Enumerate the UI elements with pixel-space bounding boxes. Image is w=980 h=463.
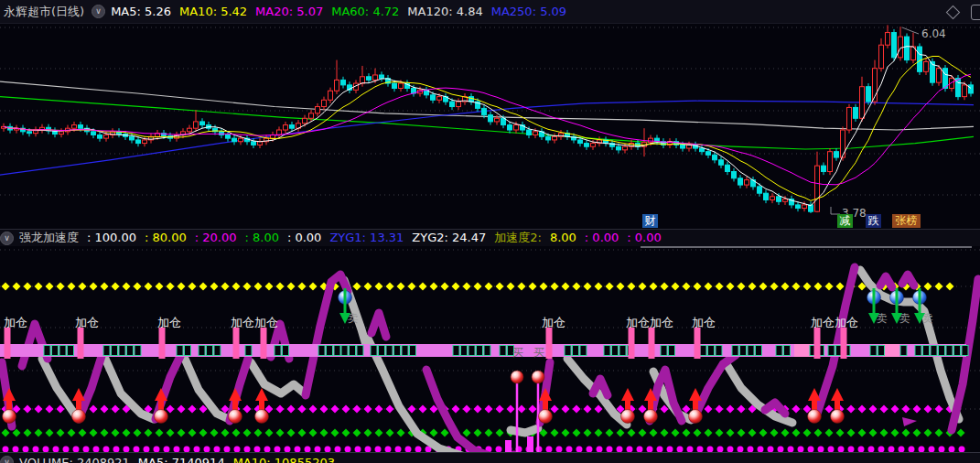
header-segment: : 0.00 xyxy=(287,231,321,244)
ma-values-readout: MA5: 5.26MA10: 5.42MA20: 5.07MA60: 4.72M… xyxy=(111,5,575,18)
jiacang-label: 加仓 xyxy=(650,316,673,329)
jiacang-label: 加仓 xyxy=(542,316,565,329)
pink-signal-bar xyxy=(5,328,11,359)
tag-button-跌[interactable]: 跌 xyxy=(866,214,881,228)
red-ball-icon xyxy=(155,410,168,424)
red-ball-icon xyxy=(831,410,845,424)
pink-signal-bar xyxy=(159,328,166,359)
red-ball-icon xyxy=(644,410,658,424)
header-segment: VOLUME: 2408921 xyxy=(19,456,130,463)
buy-label: 买 xyxy=(512,346,523,359)
red-ball-icon xyxy=(3,410,16,424)
header-segment: MA20: 5.07 xyxy=(255,5,323,18)
tag-button-张榜[interactable]: 张榜 xyxy=(892,214,921,228)
header-segment: ZYG1: 13.31 xyxy=(329,231,404,244)
header-segment: MA10: 10855203 xyxy=(233,456,335,463)
red-ball-icon xyxy=(229,410,242,424)
main-candlestick-chart[interactable]: 6.043.78 xyxy=(0,23,980,229)
indicator-gridlines xyxy=(0,250,980,409)
stock-title: 永辉超市(日线) xyxy=(4,4,84,20)
jiacang-label: 加仓 xyxy=(231,316,254,329)
red-ball-icon xyxy=(808,410,822,424)
header-segment: MA120: 4.84 xyxy=(407,5,482,18)
sell-label: 卖 xyxy=(348,312,359,325)
buy-label: 买 xyxy=(533,346,544,359)
pink-signal-bar xyxy=(261,328,267,359)
jiacang-label: 加仓 xyxy=(626,316,650,329)
jiacang-label: 加仓 xyxy=(157,316,181,329)
header-segment: ZYG2: 24.47 xyxy=(412,231,486,244)
pink-signal-bar xyxy=(546,328,553,359)
indicator-panel[interactable]: 买买加仓加仓加仓加仓加仓加仓加仓加仓加仓加仓加仓卖卖卖卖 xyxy=(0,245,980,452)
red-ball-icon xyxy=(72,410,86,424)
jiacang-label: 加仓 xyxy=(692,316,716,329)
pink-signal-bar xyxy=(629,328,635,359)
header-segment: 8.00 xyxy=(550,231,576,244)
sell-label: 卖 xyxy=(877,312,888,325)
header-segment: MA5: 5.26 xyxy=(111,5,171,18)
marker-rows xyxy=(2,283,965,453)
main-chart-header: 永辉超市(日线) ∨ MA5: 5.26MA10: 5.42MA20: 5.07… xyxy=(0,0,980,24)
red-ball-icon xyxy=(255,410,269,424)
sell-label: 卖 xyxy=(922,312,933,325)
high-price-label: 6.04 xyxy=(921,27,946,40)
header-segment: : 100.00 xyxy=(87,231,136,244)
jiacang-label: 加仓 xyxy=(75,316,99,329)
jiacang-label: 加仓 xyxy=(254,316,278,329)
header-segment: : 0.00 xyxy=(585,231,619,244)
header-segment: MA250: 5.09 xyxy=(491,5,566,18)
tag-button-减[interactable]: 减 xyxy=(837,214,853,228)
header-segment: : 80.00 xyxy=(145,231,187,244)
header-segment: : 8.00 xyxy=(244,231,278,244)
ribbons xyxy=(2,267,978,452)
collapse-chevron-icon[interactable]: ∨ xyxy=(0,456,14,463)
pink-signal-bar xyxy=(814,328,821,359)
red-ball-icon xyxy=(511,371,523,383)
red-ball-icon xyxy=(532,371,544,383)
header-segment: 加速度2: xyxy=(494,231,542,244)
header-segment: : 20.00 xyxy=(195,231,237,244)
pink-signal-bar xyxy=(649,328,655,359)
short-ma-lines xyxy=(4,47,971,206)
collapse-chevron-icon[interactable]: ∨ xyxy=(0,232,14,245)
volume-header: ∨ VOLUME: 2408921MA5: 7140914MA10: 10855… xyxy=(0,452,980,463)
volume-values-readout: VOLUME: 2408921MA5: 7140914MA10: 1085520… xyxy=(19,456,343,463)
red-ball-icon xyxy=(621,410,635,424)
diamond-icon[interactable] xyxy=(946,5,961,20)
pink-signal-bar xyxy=(78,328,84,359)
header-corner-icons xyxy=(948,5,976,20)
header-segment: : 0.00 xyxy=(627,231,661,244)
pink-signal-bar xyxy=(233,328,240,359)
header-segment: MA60: 4.72 xyxy=(331,5,399,18)
purple-arrow-marker xyxy=(902,417,917,426)
red-ball-icon xyxy=(539,410,553,424)
jiacang-label: 加仓 xyxy=(835,316,858,329)
header-segment: 强龙加速度 xyxy=(19,231,79,244)
red-ball-icon xyxy=(689,410,703,424)
jiacang-label: 加仓 xyxy=(811,316,835,329)
header-segment: MA10: 5.42 xyxy=(179,5,247,18)
header-segment: MA5: 7140914 xyxy=(138,456,225,463)
ma-line-MA5 xyxy=(4,47,971,206)
trading-app-window: 永辉超市(日线) ∨ MA5: 5.26MA10: 5.42MA20: 5.07… xyxy=(0,0,980,463)
pink-signal-bar xyxy=(695,328,701,359)
pink-signal-bar xyxy=(841,328,847,359)
tag-button-财[interactable]: 财 xyxy=(642,214,658,228)
panel-layout-icon[interactable] xyxy=(971,5,980,20)
indicator-values-readout: 强龙加速度: 100.00: 80.00: 20.00: 8.00: 0.00Z… xyxy=(19,230,670,246)
price-gridlines xyxy=(0,27,980,195)
collapse-chevron-icon[interactable]: ∨ xyxy=(92,5,105,18)
sell-label: 卖 xyxy=(899,312,910,325)
signal-band: 买买 xyxy=(0,328,968,359)
ma-line-MA120 xyxy=(0,81,974,130)
jiacang-label: 加仓 xyxy=(4,316,27,329)
indicator-header: ∨ 强龙加速度: 100.00: 80.00: 20.00: 8.00: 0.0… xyxy=(0,229,980,246)
